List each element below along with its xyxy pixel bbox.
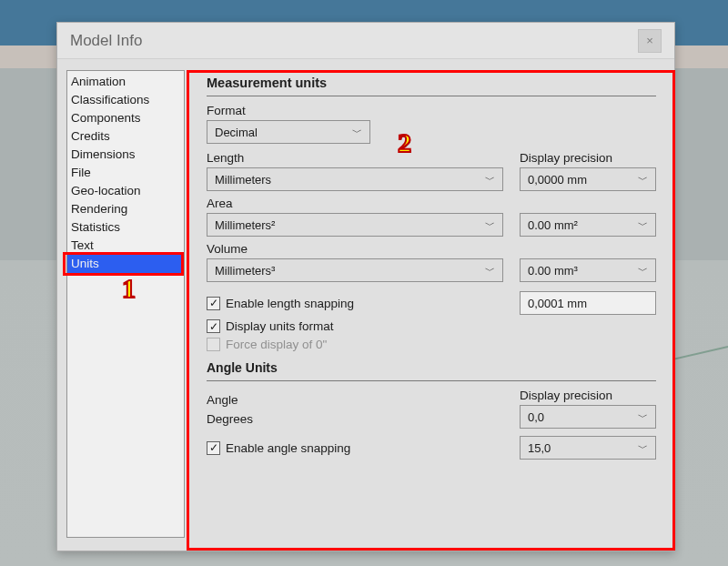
category-sidebar: Animation Classifications Components Cre… — [66, 70, 185, 538]
angle-value: Degrees — [207, 409, 503, 429]
length-select[interactable]: Millimeters ﹀ — [207, 167, 503, 191]
enable-angle-snapping-label: Enable angle snapping — [226, 441, 350, 455]
volume-precision-value: 0.00 mm³ — [528, 264, 578, 278]
display-units-format-checkbox[interactable]: ✓ Display units format — [207, 319, 656, 333]
length-snap-row: ✓ Enable length snapping 0,0001 mm — [207, 291, 656, 315]
sidebar-item-units[interactable]: Units — [67, 255, 184, 273]
model-info-window: Model Info × Animation Classifications C… — [56, 22, 675, 551]
close-icon: × — [646, 34, 653, 47]
area-value: Millimeters² — [215, 218, 275, 232]
chevron-down-icon: ﹀ — [638, 173, 648, 187]
force-display-0-label: Force display of 0" — [226, 338, 327, 351]
checkbox-checked-icon: ✓ — [207, 319, 220, 333]
sidebar-item-geo-location[interactable]: Geo-location — [67, 182, 184, 200]
angle-precision-value: 0,0 — [528, 410, 544, 424]
angle-snap-value: 15,0 — [528, 441, 551, 455]
display-units-format-label: Display units format — [226, 319, 334, 333]
length-snap-value: 0,0001 mm — [528, 297, 587, 310]
angle-row: Angle Degrees Display precision 0,0 ﹀ — [207, 389, 656, 429]
enable-length-snapping-checkbox[interactable]: ✓ Enable length snapping — [207, 297, 503, 310]
length-precision-value: 0,0000 mm — [528, 173, 587, 187]
chevron-down-icon: ﹀ — [352, 126, 362, 139]
chevron-down-icon: ﹀ — [638, 441, 648, 455]
area-precision-value: 0.00 mm² — [528, 218, 578, 232]
volume-value: Millimeters³ — [215, 264, 275, 278]
sidebar-item-rendering[interactable]: Rendering — [67, 200, 184, 218]
length-row: Length Millimeters ﹀ Display precision 0… — [207, 151, 656, 191]
angle-precision-select[interactable]: 0,0 ﹀ — [520, 405, 656, 429]
chevron-down-icon: ﹀ — [485, 218, 495, 232]
sidebar-item-components[interactable]: Components — [67, 109, 184, 127]
sidebar-item-file[interactable]: File — [67, 164, 184, 182]
checkbox-checked-icon: ✓ — [207, 441, 220, 455]
chevron-down-icon: ﹀ — [485, 264, 495, 278]
divider — [207, 96, 656, 96]
volume-label: Volume — [207, 242, 503, 256]
format-value: Decimal — [215, 126, 258, 139]
volume-precision-select[interactable]: 0.00 mm³ ﹀ — [520, 258, 656, 282]
area-precision-select[interactable]: 0.00 mm² ﹀ — [520, 213, 656, 237]
chevron-down-icon: ﹀ — [485, 173, 495, 187]
length-snap-input[interactable]: 0,0001 mm — [520, 291, 656, 315]
length-label: Length — [207, 151, 503, 165]
sidebar-item-statistics[interactable]: Statistics — [67, 218, 184, 237]
sidebar-item-text[interactable]: Text — [67, 237, 184, 255]
measurement-units-heading: Measurement units — [207, 76, 656, 90]
sidebar-item-credits[interactable]: Credits — [67, 127, 184, 146]
enable-length-snapping-label: Enable length snapping — [226, 297, 354, 310]
sidebar-item-dimensions[interactable]: Dimensions — [67, 146, 184, 164]
chevron-down-icon: ﹀ — [638, 410, 648, 424]
volume-row: Volume Millimeters³ ﹀ 0.00 mm³ ﹀ — [207, 242, 656, 282]
settings-panel: Measurement units Format Decimal ﹀ Lengt… — [194, 70, 665, 538]
volume-select[interactable]: Millimeters³ ﹀ — [207, 258, 503, 282]
titlebar: Model Info × — [57, 23, 674, 59]
enable-angle-snapping-checkbox[interactable]: ✓ Enable angle snapping — [207, 441, 503, 455]
chevron-down-icon: ﹀ — [638, 264, 648, 278]
angle-snap-row: ✓ Enable angle snapping 15,0 ﹀ — [207, 436, 656, 460]
chevron-down-icon: ﹀ — [638, 218, 648, 232]
window-title: Model Info — [70, 32, 142, 50]
area-select[interactable]: Millimeters² ﹀ — [207, 213, 503, 237]
format-select[interactable]: Decimal ﹀ — [207, 120, 370, 144]
length-value: Millimeters — [215, 173, 271, 187]
area-label: Area — [207, 197, 503, 210]
sidebar-item-animation[interactable]: Animation — [67, 73, 184, 91]
length-precision-select[interactable]: 0,0000 mm ﹀ — [520, 167, 656, 191]
display-precision-label: Display precision — [520, 151, 656, 165]
angle-label: Angle — [207, 393, 503, 407]
area-row: Area Millimeters² ﹀ 0.00 mm² ﹀ — [207, 197, 656, 237]
format-label: Format — [207, 104, 370, 117]
angle-units-heading: Angle Units — [207, 360, 656, 375]
checkbox-checked-icon: ✓ — [207, 297, 220, 310]
divider — [207, 380, 656, 381]
force-display-0-checkbox: Force display of 0" — [207, 338, 656, 351]
checkbox-unchecked-icon — [207, 338, 220, 351]
angle-precision-label: Display precision — [520, 389, 656, 402]
window-body: Animation Classifications Components Cre… — [57, 59, 674, 551]
close-button[interactable]: × — [638, 29, 662, 53]
format-field: Format Decimal ﹀ — [207, 104, 370, 144]
angle-snap-select[interactable]: 15,0 ﹀ — [520, 436, 656, 460]
sidebar-item-classifications[interactable]: Classifications — [67, 91, 184, 109]
